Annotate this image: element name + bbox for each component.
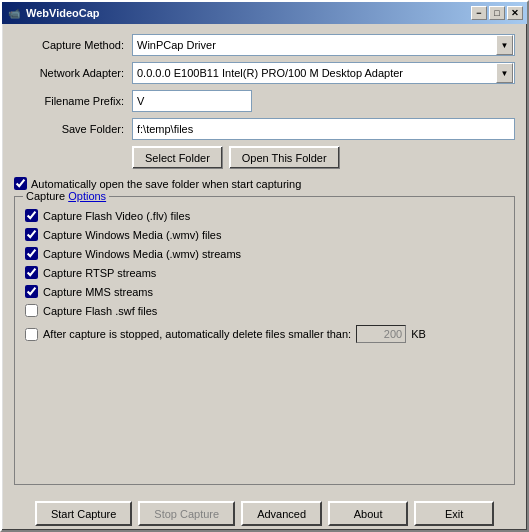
main-window: 📹 WebVideoCap − □ ✕ Capture Method: WinP… [0, 0, 529, 532]
kb-unit-label: KB [411, 328, 426, 340]
options-link[interactable]: Options [68, 190, 106, 202]
stop-capture-button[interactable]: Stop Capture [138, 501, 235, 526]
auto-open-row: Automatically open the save folder when … [14, 177, 515, 190]
option-row-2: Capture Windows Media (.wmv) streams [25, 247, 504, 260]
option-row-3: Capture RTSP streams [25, 266, 504, 279]
start-capture-button[interactable]: Start Capture [35, 501, 132, 526]
auto-open-label: Automatically open the save folder when … [31, 178, 301, 190]
title-bar-buttons: − □ ✕ [471, 6, 523, 20]
save-folder-label: Save Folder: [14, 123, 124, 135]
option-checkbox-2[interactable] [25, 247, 38, 260]
bottom-buttons-row: Start Capture Stop Capture Advanced Abou… [2, 495, 527, 530]
filename-prefix-input[interactable] [132, 90, 252, 112]
option-row-0: Capture Flash Video (.flv) files [25, 209, 504, 222]
delete-small-files-label: After capture is stopped, automatically … [43, 328, 351, 340]
filename-prefix-row: Filename Prefix: [14, 90, 515, 112]
about-button[interactable]: About [328, 501, 408, 526]
kb-size-input[interactable] [356, 325, 406, 343]
option-label-4: Capture MMS streams [43, 286, 153, 298]
network-adapter-wrapper: 0.0.0.0 E100B11 Intel(R) PRO/100 M Deskt… [132, 62, 515, 84]
option-checkbox-1[interactable] [25, 228, 38, 241]
capture-method-select[interactable]: WinPCap Driver [132, 34, 515, 56]
option-label-5: Capture Flash .swf files [43, 305, 157, 317]
delete-small-files-checkbox[interactable] [25, 328, 38, 341]
option-row-4: Capture MMS streams [25, 285, 504, 298]
option-label-3: Capture RTSP streams [43, 267, 156, 279]
option-label-2: Capture Windows Media (.wmv) streams [43, 248, 241, 260]
capture-method-row: Capture Method: WinPCap Driver ▼ [14, 34, 515, 56]
option-label-0: Capture Flash Video (.flv) files [43, 210, 190, 222]
capture-method-wrapper: WinPCap Driver ▼ [132, 34, 515, 56]
option-checkbox-3[interactable] [25, 266, 38, 279]
select-folder-button[interactable]: Select Folder [132, 146, 223, 169]
window-title: WebVideoCap [26, 7, 471, 19]
capture-method-label: Capture Method: [14, 39, 124, 51]
network-adapter-label: Network Adapter: [14, 67, 124, 79]
minimize-button[interactable]: − [471, 6, 487, 20]
title-bar: 📹 WebVideoCap − □ ✕ [2, 2, 527, 24]
network-adapter-select[interactable]: 0.0.0.0 E100B11 Intel(R) PRO/100 M Deskt… [132, 62, 515, 84]
save-folder-input[interactable] [132, 118, 515, 140]
open-this-folder-button[interactable]: Open This Folder [229, 146, 340, 169]
option-checkbox-5[interactable] [25, 304, 38, 317]
folder-buttons-row: Select Folder Open This Folder [14, 146, 515, 169]
auto-open-checkbox[interactable] [14, 177, 27, 190]
capture-options-panel: Capture Options Capture Flash Video (.fl… [14, 196, 515, 485]
filename-prefix-label: Filename Prefix: [14, 95, 124, 107]
exit-button[interactable]: Exit [414, 501, 494, 526]
option-row-5: Capture Flash .swf files [25, 304, 504, 317]
delete-small-files-row: After capture is stopped, automatically … [25, 325, 504, 343]
maximize-button[interactable]: □ [489, 6, 505, 20]
option-checkbox-4[interactable] [25, 285, 38, 298]
advanced-button[interactable]: Advanced [241, 501, 322, 526]
option-checkbox-0[interactable] [25, 209, 38, 222]
network-adapter-row: Network Adapter: 0.0.0.0 E100B11 Intel(R… [14, 62, 515, 84]
option-row-1: Capture Windows Media (.wmv) files [25, 228, 504, 241]
capture-options-title: Capture Options [23, 190, 109, 202]
option-label-1: Capture Windows Media (.wmv) files [43, 229, 222, 241]
close-button[interactable]: ✕ [507, 6, 523, 20]
content-area: Capture Method: WinPCap Driver ▼ Network… [2, 24, 527, 495]
app-icon: 📹 [6, 5, 22, 21]
save-folder-row: Save Folder: [14, 118, 515, 140]
